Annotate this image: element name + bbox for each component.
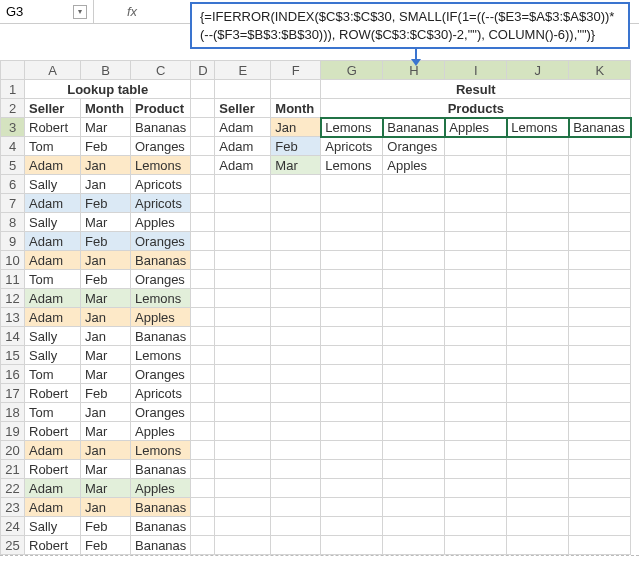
spreadsheet-grid[interactable]: A B C D E F G H I J K 1Lookup tableResul… bbox=[0, 60, 631, 555]
result-cell[interactable] bbox=[445, 517, 507, 536]
result-cell[interactable] bbox=[321, 517, 383, 536]
lookup-seller[interactable]: Adam bbox=[25, 498, 81, 517]
result-cell[interactable] bbox=[569, 194, 631, 213]
fx-icon[interactable]: fx bbox=[120, 0, 144, 23]
result-cell[interactable] bbox=[383, 365, 445, 384]
result-cell[interactable] bbox=[321, 346, 383, 365]
lookup-product[interactable]: Lemons bbox=[131, 289, 191, 308]
result-cell[interactable] bbox=[445, 498, 507, 517]
lookup-product[interactable]: Lemons bbox=[131, 346, 191, 365]
lookup-month[interactable]: Jan bbox=[81, 251, 131, 270]
lookup-seller[interactable]: Tom bbox=[25, 270, 81, 289]
row-hdr-21[interactable]: 21 bbox=[1, 460, 25, 479]
result-cell[interactable] bbox=[445, 156, 507, 175]
result-cell[interactable] bbox=[383, 460, 445, 479]
result-cell[interactable] bbox=[445, 232, 507, 251]
cell-D25[interactable] bbox=[191, 536, 215, 555]
result-cell[interactable] bbox=[321, 365, 383, 384]
cell-D12[interactable] bbox=[191, 289, 215, 308]
result-cell[interactable] bbox=[569, 346, 631, 365]
lookup-seller[interactable]: Adam bbox=[25, 251, 81, 270]
result-cell[interactable]: Lemons bbox=[321, 156, 383, 175]
cell-F25[interactable] bbox=[271, 536, 321, 555]
result-cell[interactable] bbox=[383, 308, 445, 327]
result-cell[interactable] bbox=[507, 517, 569, 536]
lookup-seller[interactable]: Robert bbox=[25, 384, 81, 403]
result-cell[interactable] bbox=[445, 194, 507, 213]
lookup-seller[interactable]: Tom bbox=[25, 137, 81, 156]
cell-E24[interactable] bbox=[215, 517, 271, 536]
cell-F6[interactable] bbox=[271, 175, 321, 194]
lookup-month[interactable]: Mar bbox=[81, 213, 131, 232]
cell-D17[interactable] bbox=[191, 384, 215, 403]
cell-D21[interactable] bbox=[191, 460, 215, 479]
lookup-month[interactable]: Mar bbox=[81, 289, 131, 308]
lookup-product[interactable]: Oranges bbox=[131, 365, 191, 384]
cell-F22[interactable] bbox=[271, 479, 321, 498]
result-cell[interactable] bbox=[569, 156, 631, 175]
lookup-product[interactable]: Bananas bbox=[131, 536, 191, 555]
cell-E13[interactable] bbox=[215, 308, 271, 327]
lookup-seller[interactable]: Sally bbox=[25, 346, 81, 365]
lookup-month[interactable]: Mar bbox=[81, 365, 131, 384]
result-cell[interactable] bbox=[445, 422, 507, 441]
lookup-month[interactable]: Feb bbox=[81, 536, 131, 555]
lookup-product[interactable]: Oranges bbox=[131, 270, 191, 289]
cell-F16[interactable] bbox=[271, 365, 321, 384]
result-cell[interactable] bbox=[383, 327, 445, 346]
result-cell[interactable] bbox=[321, 327, 383, 346]
cell-F13[interactable] bbox=[271, 308, 321, 327]
lookup-seller[interactable]: Robert bbox=[25, 536, 81, 555]
lookup-month[interactable]: Jan bbox=[81, 498, 131, 517]
crit-month[interactable]: Jan bbox=[271, 118, 321, 137]
row-hdr-1[interactable]: 1 bbox=[1, 80, 25, 99]
result-cell[interactable] bbox=[507, 213, 569, 232]
result-cell[interactable] bbox=[383, 536, 445, 555]
lookup-month[interactable]: Jan bbox=[81, 403, 131, 422]
cell-E7[interactable] bbox=[215, 194, 271, 213]
lookup-month[interactable]: Jan bbox=[81, 156, 131, 175]
cell-F11[interactable] bbox=[271, 270, 321, 289]
result-cell[interactable] bbox=[569, 289, 631, 308]
result-cell[interactable] bbox=[507, 384, 569, 403]
result-cell[interactable] bbox=[569, 536, 631, 555]
result-cell[interactable] bbox=[569, 270, 631, 289]
row-hdr-12[interactable]: 12 bbox=[1, 289, 25, 308]
row-hdr-24[interactable]: 24 bbox=[1, 517, 25, 536]
cell-D22[interactable] bbox=[191, 479, 215, 498]
lookup-product[interactable]: Apples bbox=[131, 308, 191, 327]
result-cell[interactable] bbox=[321, 175, 383, 194]
result-cell[interactable] bbox=[321, 403, 383, 422]
lookup-month[interactable]: Mar bbox=[81, 479, 131, 498]
select-all-corner[interactable] bbox=[1, 61, 25, 80]
result-cell[interactable] bbox=[383, 232, 445, 251]
result-cell[interactable] bbox=[383, 251, 445, 270]
lookup-month[interactable]: Mar bbox=[81, 460, 131, 479]
result-cell[interactable] bbox=[507, 232, 569, 251]
row-hdr-20[interactable]: 20 bbox=[1, 441, 25, 460]
result-cell[interactable] bbox=[445, 365, 507, 384]
lookup-month[interactable]: Jan bbox=[81, 308, 131, 327]
cell-F17[interactable] bbox=[271, 384, 321, 403]
lookup-month[interactable]: Jan bbox=[81, 441, 131, 460]
result-cell[interactable] bbox=[383, 384, 445, 403]
lookup-seller[interactable]: Tom bbox=[25, 403, 81, 422]
lookup-product[interactable]: Bananas bbox=[131, 251, 191, 270]
result-cell[interactable] bbox=[321, 460, 383, 479]
result-cell[interactable] bbox=[507, 460, 569, 479]
cell-D18[interactable] bbox=[191, 403, 215, 422]
cell-E10[interactable] bbox=[215, 251, 271, 270]
result-cell[interactable] bbox=[445, 175, 507, 194]
lookup-seller[interactable]: Robert bbox=[25, 118, 81, 137]
lookup-seller[interactable]: Adam bbox=[25, 441, 81, 460]
col-hdr-I[interactable]: I bbox=[445, 61, 507, 80]
lookup-seller[interactable]: Adam bbox=[25, 479, 81, 498]
cell-E17[interactable] bbox=[215, 384, 271, 403]
result-cell[interactable] bbox=[383, 346, 445, 365]
lookup-product[interactable]: Bananas bbox=[131, 327, 191, 346]
result-cell[interactable] bbox=[321, 213, 383, 232]
row-hdr-14[interactable]: 14 bbox=[1, 327, 25, 346]
crit-seller[interactable]: Adam bbox=[215, 137, 271, 156]
cell-F1[interactable] bbox=[271, 80, 321, 99]
result-cell[interactable] bbox=[321, 479, 383, 498]
